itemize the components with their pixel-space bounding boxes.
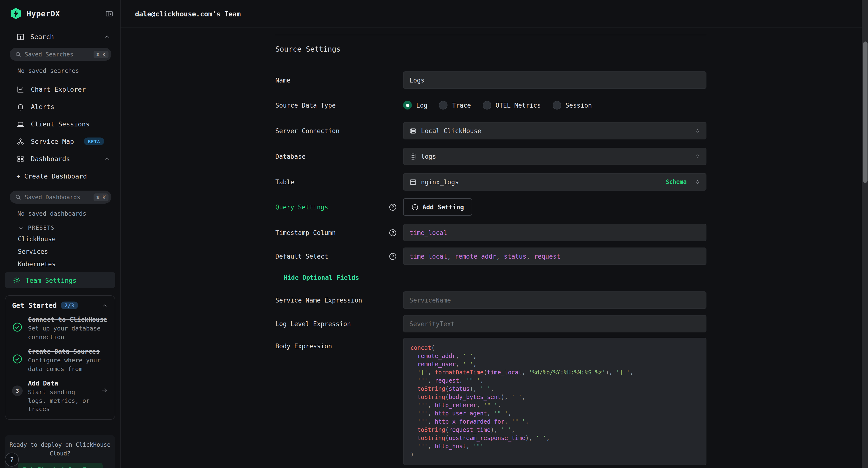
preset-item-services[interactable]: Services bbox=[0, 245, 120, 258]
section-divider bbox=[275, 35, 707, 35]
timestamp-column-input[interactable]: time_local bbox=[403, 224, 707, 241]
shortcut-badge: ⌘ K bbox=[94, 193, 108, 201]
sidebar-item-label: Alerts bbox=[31, 103, 55, 111]
sidebar-item-label: Service Map bbox=[31, 138, 74, 145]
plus-circle-icon bbox=[411, 203, 418, 211]
default-select-row: Default Select time_local, remote_addr, … bbox=[275, 247, 707, 265]
service-map-icon bbox=[17, 137, 25, 145]
check-circle-icon bbox=[12, 316, 23, 341]
database-label: Database bbox=[275, 153, 403, 160]
add-setting-button[interactable]: Add Setting bbox=[403, 198, 472, 216]
server-icon bbox=[409, 127, 416, 135]
database-select[interactable]: logs bbox=[403, 148, 707, 165]
sidebar-item-search[interactable]: Search bbox=[0, 32, 120, 41]
get-started-step-add-data[interactable]: 3 Add Data Start sending logs, metrics, … bbox=[12, 380, 108, 413]
timestamp-column-row: Timestamp Column time_local bbox=[275, 224, 707, 241]
preset-item-clickhouse[interactable]: ClickHouse bbox=[0, 233, 120, 245]
scrollbar-thumb[interactable] bbox=[863, 41, 867, 183]
saved-searches-placeholder: Saved Searches bbox=[25, 51, 73, 58]
server-connection-row: Server Connection Local ClickHouse bbox=[275, 122, 707, 140]
step-title: Add Data bbox=[28, 380, 95, 387]
name-input[interactable]: Logs bbox=[403, 71, 707, 89]
step-title: Connect to ClickHouse bbox=[28, 316, 108, 323]
help-button[interactable]: ? bbox=[5, 452, 19, 467]
promo-text: Ready to deploy on ClickHouse Cloud? bbox=[9, 440, 112, 458]
query-settings-row: Query Settings Add Setting bbox=[275, 198, 707, 216]
get-started-title: Get Started bbox=[12, 301, 57, 309]
app-window: HyperDX Search Saved Searches ⌘ K No sav… bbox=[0, 0, 868, 468]
dashboards-icon bbox=[17, 155, 25, 163]
service-name-input[interactable]: ServiceName bbox=[403, 291, 707, 309]
default-select-input[interactable]: time_local, remote_addr, status, request bbox=[403, 247, 707, 265]
table-icon bbox=[409, 178, 416, 185]
get-started-free-button[interactable]: Get Started for Free bbox=[18, 463, 102, 468]
radio-log[interactable]: Log bbox=[403, 101, 428, 110]
radio-icon bbox=[483, 101, 491, 110]
radio-trace[interactable]: Trace bbox=[439, 101, 471, 110]
sidebar-item-alerts[interactable]: Alerts bbox=[0, 98, 120, 115]
sidebar-item-service-map[interactable]: Service Map BETA bbox=[0, 133, 120, 150]
server-connection-select[interactable]: Local ClickHouse bbox=[403, 122, 707, 140]
sidebar-item-dashboards[interactable]: Dashboards bbox=[0, 150, 120, 168]
service-name-label: Service Name Expression bbox=[275, 296, 403, 304]
saved-dashboards-placeholder: Saved Dashboards bbox=[25, 194, 80, 201]
radio-otel-metrics[interactable]: OTEL Metrics bbox=[483, 101, 541, 110]
step-desc: Set up your database connection bbox=[28, 324, 108, 341]
get-started-progress-badge: 2/3 bbox=[61, 301, 78, 309]
team-title: dale@clickhouse.com's Team bbox=[135, 10, 241, 18]
chart-explorer-icon bbox=[17, 85, 25, 93]
step-desc: Start sending logs, metrics, or traces bbox=[28, 388, 95, 413]
help-circle-icon[interactable] bbox=[389, 229, 397, 237]
main-header: dale@clickhouse.com's Team bbox=[121, 0, 862, 28]
bell-icon bbox=[17, 103, 25, 111]
settings-content: Source Settings Name Logs Source Data Ty… bbox=[121, 28, 862, 468]
table-select[interactable]: nginx_logs Schema bbox=[403, 173, 707, 191]
sidebar-item-team-settings[interactable]: Team Settings bbox=[5, 272, 115, 288]
presets-toggle[interactable]: PRESETS bbox=[0, 223, 120, 233]
log-level-label: Log Level Expression bbox=[275, 320, 403, 327]
chevron-up-icon[interactable] bbox=[104, 155, 111, 162]
vertical-scrollbar bbox=[862, 0, 868, 468]
create-dashboard-button[interactable]: + Create Dashboard bbox=[0, 168, 120, 185]
shortcut-badge: ⌘ K bbox=[94, 51, 108, 58]
radio-session[interactable]: Session bbox=[552, 101, 592, 110]
saved-searches-input[interactable]: Saved Searches ⌘ K bbox=[10, 48, 112, 61]
arrow-right-icon bbox=[101, 380, 108, 413]
database-icon bbox=[409, 153, 416, 160]
chevron-up-icon[interactable] bbox=[104, 33, 111, 40]
check-circle-icon bbox=[12, 348, 23, 373]
sidebar-item-chart-explorer[interactable]: Chart Explorer bbox=[0, 81, 120, 98]
laptop-icon bbox=[17, 120, 25, 128]
source-data-type-label: Source Data Type bbox=[275, 101, 403, 109]
help-circle-icon[interactable] bbox=[389, 203, 397, 211]
source-data-type-row: Source Data Type Log Trace OTEL Metrics … bbox=[275, 96, 707, 114]
schema-link[interactable]: Schema bbox=[666, 178, 687, 185]
saved-dashboards-input[interactable]: Saved Dashboards ⌘ K bbox=[10, 191, 112, 204]
hide-optional-fields-link[interactable]: Hide Optional Fields bbox=[283, 274, 359, 281]
body-expression-row: Body Expression concat( remote_addr, ' '… bbox=[275, 338, 707, 465]
sidebar-item-label: Client Sessions bbox=[31, 120, 90, 128]
sidebar-item-client-sessions[interactable]: Client Sessions bbox=[0, 115, 120, 133]
no-saved-dashboards-text: No saved dashboards bbox=[0, 210, 120, 217]
body-expression-editor[interactable]: concat( remote_addr, ' ', remote_user, '… bbox=[403, 338, 707, 465]
sidebar-item-label: Team Settings bbox=[26, 276, 76, 284]
preset-item-kubernetes[interactable]: Kubernetes bbox=[0, 258, 120, 270]
log-level-input[interactable]: SeverityText bbox=[403, 315, 707, 332]
chevron-up-icon[interactable] bbox=[102, 302, 108, 309]
radio-icon bbox=[552, 101, 561, 110]
gear-icon bbox=[13, 276, 21, 284]
get-started-step-sources[interactable]: Create Data Sources Configure where your… bbox=[12, 348, 108, 373]
get-started-step-connect[interactable]: Connect to ClickHouse Set up your databa… bbox=[12, 316, 108, 341]
log-level-row: Log Level Expression SeverityText bbox=[275, 315, 707, 332]
app-title: HyperDX bbox=[27, 9, 60, 18]
optional-fields-row: Hide Optional Fields bbox=[275, 274, 707, 281]
name-row: Name Logs bbox=[275, 71, 707, 89]
step-number-badge: 3 bbox=[12, 380, 23, 413]
name-label: Name bbox=[275, 77, 403, 84]
service-name-row: Service Name Expression ServiceName bbox=[275, 291, 707, 309]
source-data-type-group: Log Trace OTEL Metrics Session bbox=[403, 96, 707, 114]
sidebar-collapse-icon[interactable] bbox=[105, 9, 113, 18]
presets-label: PRESETS bbox=[28, 224, 55, 231]
help-circle-icon[interactable] bbox=[389, 252, 397, 260]
table-label: Table bbox=[275, 178, 403, 185]
